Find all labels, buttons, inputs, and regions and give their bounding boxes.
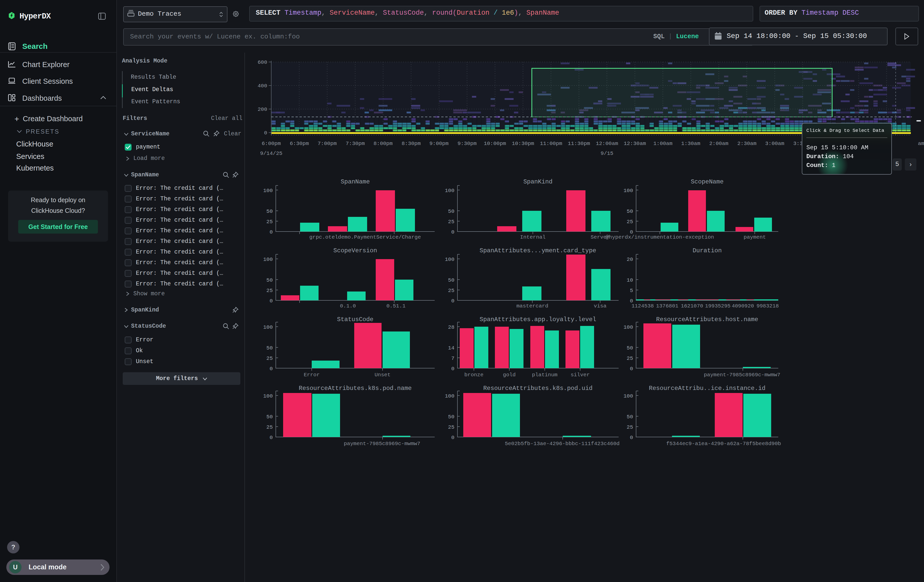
svg-text:25: 25 [448,288,454,293]
svg-text:ResourceAttributes.host.name: ResourceAttributes.host.name [656,316,758,323]
svg-text:1:30am: 1:30am [681,141,700,147]
svg-text:grpc.oteldemo.PaymentService/C: grpc.oteldemo.PaymentService/Charge [309,234,421,240]
svg-text:0: 0 [451,435,454,440]
svg-text:ScopeName: ScopeName [691,178,724,185]
svg-text:0: 0 [269,229,273,235]
svg-text:2:30am: 2:30am [737,141,757,147]
svg-text:11:00pm: 11:00pm [540,141,562,147]
svg-text:5e02b5fb-13ae-4296-bbbc-111f42: 5e02b5fb-13ae-4296-bbbc-111f423c460d [505,441,620,447]
svg-text:28: 28 [448,325,454,330]
svg-text:3:00am: 3:00am [765,141,784,147]
svg-text:100: 100 [263,393,273,399]
svg-text:0: 0 [269,435,273,440]
svg-text:SpanAttributes.app.loyalty.lev: SpanAttributes.app.loyalty.level [480,316,596,323]
svg-text:19935295: 19935295 [705,303,731,309]
svg-text:mastercard: mastercard [516,303,548,309]
svg-text:Internal: Internal [520,234,546,240]
svg-text:7:30pm: 7:30pm [346,141,365,147]
svg-text:7: 7 [451,356,454,361]
svg-text:25: 25 [448,219,454,225]
svg-text:Error: Error [304,372,320,378]
svg-text:0.51.1: 0.51.1 [386,303,406,309]
svg-text:9983218: 9983218 [757,303,779,309]
svg-text:1:00am: 1:00am [653,141,673,147]
svg-text:StatusCode: StatusCode [337,316,373,323]
svg-text:11:30pm: 11:30pm [568,141,590,147]
svg-text:10:00pm: 10:00pm [484,141,506,147]
svg-text:50: 50 [627,414,633,420]
svg-text:100: 100 [445,257,454,262]
svg-text:8:00pm: 8:00pm [373,141,393,147]
svg-text:25: 25 [266,288,273,293]
svg-text:100: 100 [624,188,633,194]
svg-text:SpanAttributes...yment.card_ty: SpanAttributes...yment.card_type [480,247,596,254]
svg-text:1376801: 1376801 [656,303,678,309]
svg-text:10: 10 [627,277,633,283]
svg-text:Unset: Unset [375,372,390,378]
svg-text:5: 5 [630,288,633,293]
svg-text:0: 0 [451,366,454,372]
svg-text:0: 0 [269,366,273,372]
svg-text:0: 0 [451,229,454,235]
svg-text:100: 100 [263,188,273,194]
svg-text:9:00pm: 9:00pm [429,141,449,147]
svg-text:0: 0 [264,130,267,136]
svg-text:am: am [918,141,924,147]
svg-text:ResourceAttributes.k8s.pod.uid: ResourceAttributes.k8s.pod.uid [483,385,592,392]
svg-text:400: 400 [257,83,267,89]
svg-text:25: 25 [266,356,273,361]
svg-text:100: 100 [263,257,273,262]
svg-text:25: 25 [266,219,273,225]
svg-text:100: 100 [445,393,454,399]
svg-text:7:00pm: 7:00pm [318,141,337,147]
svg-text:25: 25 [627,219,633,225]
svg-text:SpanKind: SpanKind [523,178,552,185]
svg-text:100: 100 [445,188,454,194]
svg-text:0: 0 [269,298,273,304]
svg-text:6:30pm: 6:30pm [290,141,309,147]
svg-text:0.1.0: 0.1.0 [340,303,356,309]
svg-text:50: 50 [266,345,273,351]
svg-text:silver: silver [571,372,590,378]
svg-text:10:30pm: 10:30pm [512,141,534,147]
svg-text:20: 20 [627,257,633,262]
svg-text:bronze: bronze [464,372,483,378]
svg-text:ResourceAttribu..ice.instance.: ResourceAttribu..ice.instance.id [649,385,766,392]
svg-text:9/15: 9/15 [601,150,613,157]
svg-text:50: 50 [448,277,454,283]
svg-text:visa: visa [594,303,606,309]
svg-text:gold: gold [503,372,516,378]
svg-text:50: 50 [448,208,454,214]
svg-text:50: 50 [448,414,454,420]
svg-text:50: 50 [627,345,633,351]
svg-text:9:30pm: 9:30pm [457,141,477,147]
svg-text:payment-7985c8969c-mwmw7: payment-7985c8969c-mwmw7 [704,372,780,378]
svg-text:600: 600 [257,59,267,65]
svg-text:100: 100 [624,393,633,399]
svg-text:12:00am: 12:00am [596,141,618,147]
svg-text:Duration: Duration [693,247,722,254]
svg-text:50: 50 [266,277,273,283]
svg-text:@hyperdx/instrumentation-excep: @hyperdx/instrumentation-exception [606,234,714,240]
svg-text:f5344ec9-a1ea-4290-a62a-78f5be: f5344ec9-a1ea-4290-a62a-78f5bee8d90b [666,441,781,447]
svg-text:200: 200 [257,107,267,112]
svg-text:platinum: platinum [532,372,558,378]
svg-text:0: 0 [451,298,454,304]
svg-text:8:30pm: 8:30pm [401,141,421,147]
svg-text:14: 14 [448,345,454,351]
svg-text:ScopeVersion: ScopeVersion [333,247,377,254]
svg-text:SpanName: SpanName [341,178,370,185]
svg-text:100: 100 [624,325,633,330]
svg-text:25: 25 [448,424,454,430]
svg-text:1124538: 1124538 [632,303,654,309]
svg-text:9/14/25: 9/14/25 [260,150,282,157]
svg-text:payment: payment [744,234,766,240]
svg-text:100: 100 [263,325,273,330]
svg-text:4090920: 4090920 [732,303,754,309]
svg-text:ResourceAttributes.k8s.pod.nam: ResourceAttributes.k8s.pod.name [299,385,412,392]
svg-text:50: 50 [266,414,273,420]
svg-text:25: 25 [627,356,633,361]
svg-text:payment-7985c8969c-mwmw7: payment-7985c8969c-mwmw7 [344,441,420,447]
svg-text:50: 50 [266,208,273,214]
svg-text:0: 0 [630,366,633,372]
